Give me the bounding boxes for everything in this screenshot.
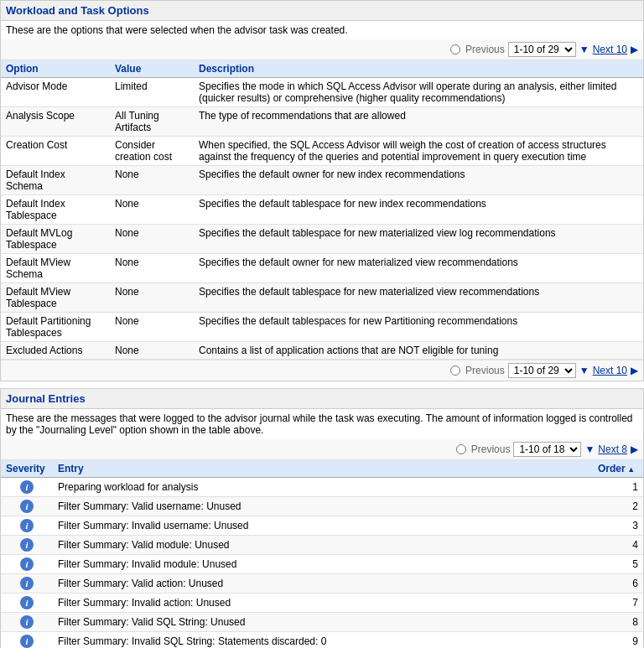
journal-cell-entry: Filter Summary: Invalid action: Unused <box>53 594 593 613</box>
workload-prev-label-top: Previous <box>465 44 505 55</box>
workload-cell-value: Limited <box>110 78 194 107</box>
workload-range-select-bottom[interactable]: 1-10 of 29 <box>508 363 576 378</box>
journal-table-row: i Filter Summary: Invalid module: Unused… <box>1 555 643 574</box>
workload-prev-radio-bottom[interactable] <box>450 365 460 376</box>
workload-table-row: Default Index Tablespace None Specifies … <box>1 195 643 225</box>
info-icon: i <box>20 615 34 629</box>
workload-table-row: Excluded Actions None Contains a list of… <box>1 342 643 360</box>
journal-cell-order: 6 <box>593 574 643 594</box>
workload-next-link-bottom[interactable]: Next 10 <box>593 365 627 376</box>
workload-cell-value: None <box>110 166 194 195</box>
workload-cell-option: Default Partitioning Tablespaces <box>1 313 110 342</box>
journal-col-order[interactable]: Order <box>593 460 643 478</box>
journal-cell-entry: Filter Summary: Valid action: Unused <box>53 574 593 594</box>
journal-col-severity: Severity <box>1 460 53 478</box>
workload-table-header-row: Option Value Description <box>1 60 643 78</box>
workload-next-arrow-top: ▶ <box>631 44 638 55</box>
workload-cell-option: Analysis Scope <box>1 107 110 137</box>
workload-table: Option Value Description Advisor Mode Li… <box>1 60 643 360</box>
journal-description: These are the messages that were logged … <box>1 409 643 439</box>
journal-next-link-top[interactable]: Next 8 <box>598 443 627 455</box>
workload-table-row: Default MView Tablespace None Specifies … <box>1 283 643 313</box>
workload-range-select-top[interactable]: 1-10 of 29 <box>508 42 576 57</box>
journal-dropdown-arrow-top: ▼ <box>584 443 595 455</box>
workload-cell-option: Default Index Schema <box>1 166 110 195</box>
journal-prev-label-top: Previous <box>471 443 511 455</box>
info-icon: i <box>20 519 34 532</box>
journal-cell-entry: Filter Summary: Invalid module: Unused <box>53 555 593 574</box>
workload-cell-value: All Tuning Artifacts <box>110 107 194 137</box>
info-icon: i <box>20 635 34 648</box>
journal-cell-order: 9 <box>593 632 643 649</box>
workload-cell-value: Consider creation cost <box>110 137 194 166</box>
journal-table: Severity Entry Order i Preparing workloa… <box>1 460 643 648</box>
workload-table-row: Creation Cost Consider creation cost Whe… <box>1 137 643 166</box>
workload-cell-value: None <box>110 283 194 313</box>
workload-prev-label-bottom: Previous <box>465 365 505 376</box>
workload-cell-desc: Specifies the default owner for new mate… <box>194 254 643 283</box>
journal-cell-entry: Filter Summary: Valid username: Unused <box>53 497 593 516</box>
journal-cell-severity: i <box>1 497 53 516</box>
workload-cell-value: None <box>110 254 194 283</box>
journal-table-row: i Filter Summary: Valid module: Unused 4 <box>1 536 643 555</box>
journal-prev-radio-top[interactable] <box>456 444 466 454</box>
journal-cell-severity: i <box>1 594 53 613</box>
workload-cell-value: None <box>110 342 194 360</box>
workload-pagination-top: Previous 1-10 of 29 ▼ Next 10 ▶ <box>1 39 643 60</box>
workload-prev-radio-top[interactable] <box>450 44 460 54</box>
journal-section: Journal Entries These are the messages t… <box>0 388 644 648</box>
workload-next-arrow-bottom: ▶ <box>631 365 638 376</box>
workload-pagination-bottom: Previous 1-10 of 29 ▼ Next 10 ▶ <box>1 360 643 381</box>
journal-cell-entry: Filter Summary: Valid SQL String: Unused <box>53 613 593 632</box>
workload-cell-desc: Contains a list of application actions t… <box>194 342 643 360</box>
workload-title: Workload and Task Options <box>1 1 643 21</box>
journal-cell-order: 2 <box>593 497 643 516</box>
workload-cell-value: None <box>110 195 194 225</box>
journal-range-select-top[interactable]: 1-10 of 18 <box>513 442 581 457</box>
journal-table-row: i Filter Summary: Invalid SQL String: St… <box>1 632 643 649</box>
journal-cell-severity: i <box>1 478 53 497</box>
journal-cell-entry: Filter Summary: Invalid SQL String: Stat… <box>53 632 593 649</box>
workload-cell-option: Excluded Actions <box>1 342 110 360</box>
workload-table-row: Advisor Mode Limited Specifies the mode … <box>1 78 643 107</box>
journal-next-arrow-top: ▶ <box>631 443 638 455</box>
workload-cell-option: Default MView Tablespace <box>1 283 110 313</box>
journal-cell-severity: i <box>1 574 53 594</box>
info-icon: i <box>20 500 34 513</box>
journal-table-row: i Filter Summary: Valid SQL String: Unus… <box>1 613 643 632</box>
workload-cell-desc: Specifies the default tablespace for new… <box>194 225 643 254</box>
journal-cell-severity: i <box>1 516 53 536</box>
workload-dropdown-arrow-bottom: ▼ <box>579 365 589 376</box>
workload-table-row: Default MVLog Tablespace None Specifies … <box>1 225 643 254</box>
workload-cell-value: None <box>110 313 194 342</box>
workload-col-option: Option <box>1 60 110 78</box>
journal-cell-order: 3 <box>593 516 643 536</box>
workload-cell-desc: When specified, the SQL Access Advisor w… <box>194 137 643 166</box>
workload-cell-option: Advisor Mode <box>1 78 110 107</box>
journal-table-row: i Preparing workload for analysis 1 <box>1 478 643 497</box>
journal-cell-severity: i <box>1 536 53 555</box>
journal-cell-severity: i <box>1 613 53 632</box>
journal-cell-entry: Filter Summary: Invalid username: Unused <box>53 516 593 536</box>
workload-col-value: Value <box>110 60 194 78</box>
journal-cell-order: 4 <box>593 536 643 555</box>
workload-next-link-top[interactable]: Next 10 <box>593 44 627 55</box>
info-icon: i <box>20 577 34 590</box>
journal-table-row: i Filter Summary: Invalid action: Unused… <box>1 594 643 613</box>
journal-cell-severity: i <box>1 555 53 574</box>
journal-pagination-top: Previous 1-10 of 18 ▼ Next 8 ▶ <box>1 439 643 460</box>
workload-description: These are the options that were selected… <box>1 21 643 39</box>
journal-table-row: i Filter Summary: Valid username: Unused… <box>1 497 643 516</box>
workload-table-row: Default Index Schema None Specifies the … <box>1 166 643 195</box>
journal-cell-entry: Preparing workload for analysis <box>53 478 593 497</box>
journal-table-row: i Filter Summary: Invalid username: Unus… <box>1 516 643 536</box>
info-icon: i <box>20 480 34 494</box>
journal-cell-severity: i <box>1 632 53 649</box>
workload-cell-option: Creation Cost <box>1 137 110 166</box>
journal-cell-order: 1 <box>593 478 643 497</box>
info-icon: i <box>20 557 34 571</box>
workload-table-row: Analysis Scope All Tuning Artifacts The … <box>1 107 643 137</box>
workload-cell-option: Default MView Schema <box>1 254 110 283</box>
workload-section: Workload and Task Options These are the … <box>0 0 644 381</box>
journal-cell-order: 8 <box>593 613 643 632</box>
